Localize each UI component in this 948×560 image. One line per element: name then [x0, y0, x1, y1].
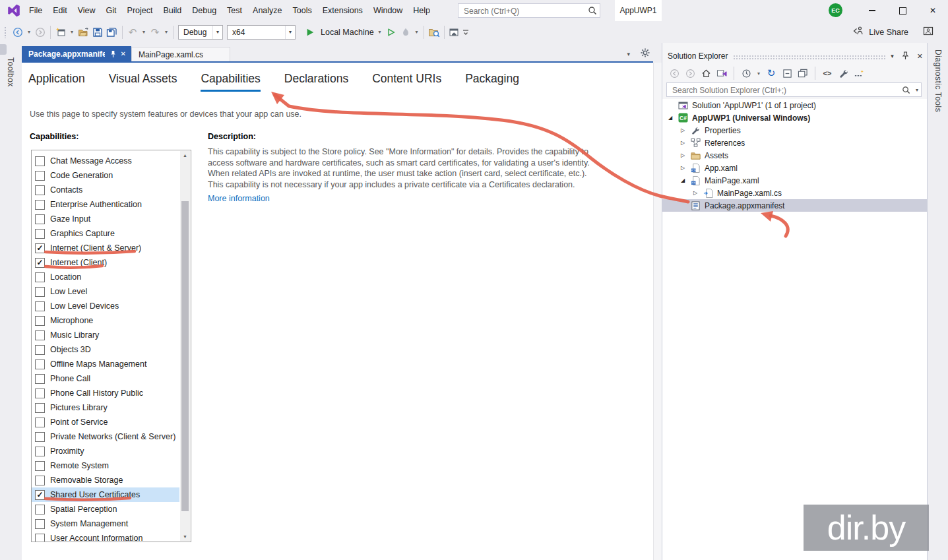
se-switch-views-button[interactable] [715, 66, 728, 80]
checkbox[interactable] [35, 476, 45, 485]
active-files-dropdown-icon[interactable]: ▾ [627, 51, 630, 57]
scroll-down-icon[interactable]: ▼ [180, 534, 190, 539]
save-button[interactable] [90, 24, 105, 40]
new-project-button[interactable] [53, 24, 68, 40]
manifest-tab-packaging[interactable]: Packaging [465, 72, 519, 92]
capability-row-private-networks-client-server[interactable]: Private Networks (Client & Server) [32, 429, 179, 444]
platform-dropdown[interactable]: x64▾ [227, 25, 296, 40]
quick-search-box[interactable] [458, 3, 600, 18]
account-avatar[interactable]: EC [829, 3, 842, 17]
capability-row-low-level[interactable]: Low Level [32, 284, 179, 299]
se-home-button[interactable] [699, 66, 712, 80]
run-target-dropdown-icon[interactable]: ▾ [376, 24, 384, 40]
se-filter-dropdown-icon[interactable]: ▾ [755, 71, 762, 77]
collapsed-arrow-icon[interactable]: ▷ [681, 140, 691, 146]
se-search-box[interactable]: ▾ [666, 82, 922, 97]
navigate-forward-button[interactable] [33, 24, 47, 40]
quick-search-input[interactable] [462, 5, 584, 18]
capability-row-location[interactable]: Location [32, 270, 179, 284]
capability-row-point-of-service[interactable]: Point of Service [32, 415, 179, 429]
editor-scrollbar-track[interactable] [653, 63, 662, 560]
pin-icon[interactable] [902, 51, 909, 61]
capability-row-objects-3d[interactable]: Objects 3D [32, 342, 179, 357]
capability-row-pictures-library[interactable]: Pictures Library [32, 400, 179, 415]
capability-row-remote-system[interactable]: Remote System [32, 458, 179, 473]
pin-icon[interactable] [110, 50, 117, 58]
capability-row-contacts[interactable]: Contacts [32, 183, 179, 197]
menu-debug[interactable]: Debug [187, 0, 222, 21]
undo-dropdown-icon[interactable]: ▾ [140, 24, 148, 40]
checkbox[interactable] [35, 534, 45, 543]
capability-row-removable-storage[interactable]: Removable Storage [32, 473, 179, 487]
tree-item-references[interactable]: ▷ References [662, 137, 927, 149]
collapsed-arrow-icon[interactable]: ▷ [693, 190, 703, 196]
se-pending-changes-filter-button[interactable] [740, 66, 753, 80]
menu-build[interactable]: Build [158, 0, 187, 21]
manifest-tab-declarations[interactable]: Declarations [284, 72, 348, 92]
capabilities-scrollbar[interactable]: ▲ ▼ [180, 151, 190, 541]
se-view-code-button[interactable]: <> [821, 66, 834, 80]
checkbox[interactable] [35, 185, 45, 195]
menu-project[interactable]: Project [122, 0, 158, 21]
menu-extensions[interactable]: Extensions [317, 0, 368, 21]
checkbox[interactable] [35, 505, 45, 514]
checkbox[interactable] [35, 229, 45, 239]
start-without-debugging-button[interactable] [384, 24, 398, 40]
checkbox[interactable] [35, 359, 45, 369]
capability-row-gaze-input[interactable]: Gaze Input [32, 212, 179, 226]
tree-item-properties[interactable]: ▷ Properties [662, 124, 927, 137]
capability-row-spatial-perception[interactable]: Spatial Perception [32, 502, 179, 516]
feedback-icon[interactable] [923, 26, 933, 39]
checkbox[interactable] [35, 156, 45, 166]
se-back-button[interactable] [668, 66, 681, 80]
se-search-dropdown-icon[interactable]: ▾ [916, 87, 918, 93]
menu-window[interactable]: Window [368, 0, 408, 21]
checkbox[interactable] [35, 519, 45, 529]
checkbox[interactable] [35, 287, 45, 297]
capability-row-code-generation[interactable]: Code Generation [32, 168, 179, 183]
tree-item-package-appxmanifest[interactable]: Package.appxmanifest [662, 199, 927, 212]
manifest-tab-visual-assets[interactable]: Visual Assets [109, 72, 177, 92]
toolbar-overflow-button[interactable] [462, 24, 470, 40]
se-search-input[interactable] [671, 84, 891, 96]
tree-item-mainpage-xaml-cs[interactable]: ▷ MainPage.xaml.cs [662, 187, 927, 199]
run-target-label[interactable]: Local Machine [321, 28, 374, 37]
checkbox[interactable] [35, 214, 45, 224]
capability-row-phone-call-history-public[interactable]: Phone Call History Public [32, 386, 179, 400]
hot-reload-button[interactable] [398, 24, 413, 40]
hot-reload-dropdown-icon[interactable]: ▾ [413, 24, 421, 40]
se-properties-wrench-button[interactable] [837, 66, 850, 80]
checkbox[interactable] [35, 389, 45, 398]
collapsed-arrow-icon[interactable]: ▷ [681, 165, 691, 171]
se-forward-button[interactable] [683, 66, 697, 80]
checkbox[interactable] [35, 316, 45, 326]
capability-row-shared-user-certificates[interactable]: ✓ Shared User Certificates [32, 487, 179, 502]
minimize-button[interactable] [857, 0, 887, 21]
se-refresh-button[interactable]: ↻ [765, 66, 778, 80]
redo-dropdown-icon[interactable]: ▾ [162, 24, 170, 40]
capability-row-user-account-information[interactable]: User Account Information [32, 531, 179, 542]
checkbox[interactable] [35, 374, 45, 384]
capability-row-proximity[interactable]: Proximity [32, 444, 179, 458]
checkbox[interactable]: ✓ [35, 243, 45, 253]
navigate-back-button[interactable] [11, 24, 25, 40]
configuration-dropdown[interactable]: Debug▾ [178, 25, 223, 40]
back-dropdown-icon[interactable]: ▾ [25, 24, 33, 40]
tree-item-appuwp1-universal-windows[interactable]: ◢ C# AppUWP1 (Universal Windows) [662, 111, 927, 124]
menu-file[interactable]: File [24, 0, 47, 21]
save-all-button[interactable] [105, 24, 119, 40]
manifest-tab-capabilities[interactable]: Capabilities [201, 72, 260, 92]
collapsed-arrow-icon[interactable]: ▷ [681, 152, 691, 158]
more-information-link[interactable]: More information [208, 194, 270, 203]
checkbox[interactable] [35, 330, 45, 340]
doc-tab-mainpage-xaml-cs[interactable]: MainPage.xaml.cs [131, 47, 230, 61]
expanded-arrow-icon[interactable]: ◢ [681, 177, 691, 183]
scrollbar-thumb[interactable] [181, 201, 189, 511]
checkbox[interactable] [35, 345, 45, 355]
toolbar-grip[interactable] [4, 26, 7, 38]
undo-button[interactable]: ↶ [125, 24, 140, 40]
tree-item-mainpage-xaml[interactable]: ◢ <> MainPage.xaml [662, 174, 927, 187]
live-share-icon[interactable] [852, 26, 864, 39]
doc-tab-package-appxmanifest[interactable]: Package.appxmanifest ✕ [22, 46, 131, 61]
menu-test[interactable]: Test [222, 0, 247, 21]
